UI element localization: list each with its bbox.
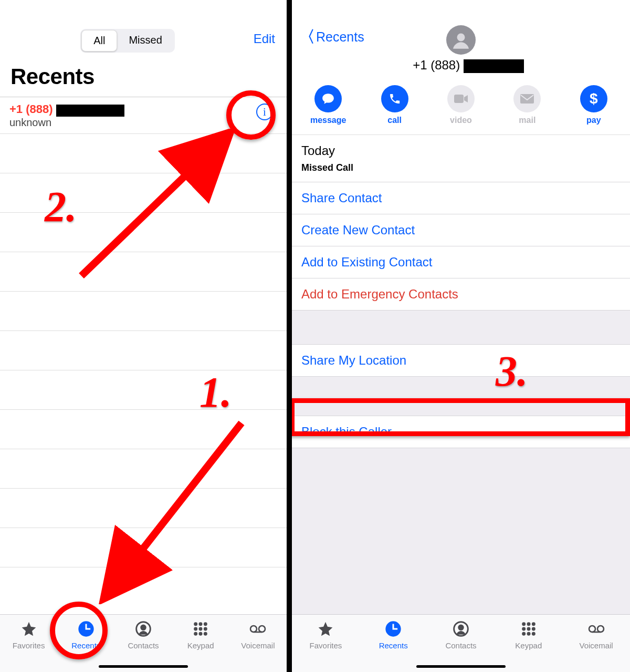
call-log-section: Today Missed Call bbox=[292, 135, 630, 182]
nav-bar: 〈 Recents +1 (888) bbox=[292, 0, 630, 79]
svg-point-5 bbox=[204, 622, 207, 626]
share-contact-button[interactable]: Share Contact bbox=[292, 182, 630, 214]
action-label: mail bbox=[496, 116, 559, 125]
tab-label: Voicemail bbox=[241, 641, 275, 650]
tab-keypad[interactable]: Keypad bbox=[495, 620, 562, 672]
share-location-button[interactable]: Share My Location bbox=[292, 344, 630, 377]
svg-point-28 bbox=[532, 627, 536, 631]
svg-rect-19 bbox=[520, 94, 534, 104]
voicemail-icon bbox=[587, 620, 605, 638]
list-row bbox=[0, 449, 287, 488]
list-row bbox=[0, 173, 287, 212]
list-row bbox=[0, 212, 287, 252]
page-title: Recents bbox=[0, 58, 287, 97]
list-row bbox=[0, 252, 287, 291]
back-label: Recents bbox=[316, 29, 364, 45]
contact-icon bbox=[134, 620, 152, 638]
tab-label: Keypad bbox=[515, 641, 542, 650]
tab-recents[interactable]: Recents bbox=[360, 620, 427, 672]
tab-bar: Favorites Recents Contacts Keypad Voicem… bbox=[292, 614, 630, 672]
svg-point-32 bbox=[589, 626, 595, 632]
tab-label: Favorites bbox=[310, 641, 342, 650]
section-gap bbox=[292, 311, 630, 344]
list-row bbox=[0, 567, 287, 606]
svg-point-4 bbox=[199, 622, 203, 626]
svg-point-27 bbox=[527, 627, 530, 631]
svg-point-30 bbox=[527, 632, 530, 636]
svg-point-31 bbox=[532, 632, 536, 636]
action-mail: mail bbox=[496, 85, 559, 125]
tab-favorites[interactable]: Favorites bbox=[292, 620, 360, 672]
svg-point-13 bbox=[259, 626, 265, 632]
svg-point-25 bbox=[532, 622, 536, 626]
redacted-block bbox=[464, 59, 524, 73]
tab-voicemail[interactable]: Voicemail bbox=[562, 620, 630, 672]
list-row bbox=[0, 133, 287, 173]
tab-recents[interactable]: Recents bbox=[57, 620, 114, 672]
list-row bbox=[0, 370, 287, 409]
tab-voicemail[interactable]: Voicemail bbox=[229, 620, 287, 672]
edit-button[interactable]: Edit bbox=[254, 32, 275, 46]
tab-label: Voicemail bbox=[579, 641, 613, 650]
svg-point-12 bbox=[250, 626, 257, 632]
header-bar: All Missed Edit bbox=[0, 0, 287, 58]
home-indicator bbox=[99, 665, 188, 668]
svg-point-24 bbox=[527, 622, 530, 626]
tab-contacts[interactable]: Contacts bbox=[114, 620, 172, 672]
add-existing-contact-button[interactable]: Add to Existing Contact bbox=[292, 246, 630, 278]
list-row bbox=[0, 291, 287, 330]
call-number-line: +1 (888) bbox=[9, 102, 277, 117]
filter-segmented-control: All Missed bbox=[80, 29, 175, 53]
tab-label: Favorites bbox=[13, 641, 45, 650]
tab-favorites[interactable]: Favorites bbox=[0, 620, 57, 672]
star-icon bbox=[317, 620, 334, 638]
svg-point-7 bbox=[199, 627, 203, 631]
keypad-icon bbox=[192, 620, 209, 638]
tab-keypad[interactable]: Keypad bbox=[172, 620, 229, 672]
svg-point-11 bbox=[204, 632, 207, 636]
tab-label: Contacts bbox=[445, 641, 476, 650]
svg-point-23 bbox=[522, 622, 526, 626]
contact-phone: +1 (888) bbox=[299, 58, 630, 73]
action-pay[interactable]: $ pay bbox=[562, 85, 625, 125]
list-row bbox=[0, 409, 287, 449]
add-emergency-button[interactable]: Add to Emergency Contacts bbox=[292, 278, 630, 311]
action-video: video bbox=[429, 85, 492, 125]
video-icon bbox=[447, 85, 475, 112]
segment-all[interactable]: All bbox=[81, 30, 117, 51]
call-row[interactable]: +1 (888) unknown i bbox=[0, 97, 287, 133]
svg-rect-18 bbox=[454, 95, 464, 103]
tab-label: Keypad bbox=[187, 641, 214, 650]
contact-detail-screen: 〈 Recents +1 (888) message call bbox=[292, 0, 630, 672]
action-message[interactable]: message bbox=[297, 85, 360, 125]
info-icon[interactable]: i bbox=[256, 104, 273, 120]
svg-point-2 bbox=[141, 625, 146, 630]
action-call[interactable]: call bbox=[363, 85, 426, 125]
block-caller-button[interactable]: Block this Caller bbox=[292, 416, 630, 448]
voicemail-icon bbox=[249, 620, 267, 638]
recents-screen: All Missed Edit Recents +1 (888) unknown… bbox=[0, 0, 287, 672]
section-today: Today bbox=[301, 143, 621, 158]
list-row bbox=[0, 528, 287, 567]
svg-point-17 bbox=[457, 34, 465, 42]
message-icon bbox=[314, 85, 342, 112]
list-row bbox=[0, 488, 287, 528]
action-label: call bbox=[363, 116, 426, 125]
section-gap bbox=[292, 377, 630, 416]
create-contact-button[interactable]: Create New Contact bbox=[292, 214, 630, 246]
svg-point-22 bbox=[459, 625, 464, 630]
segment-missed[interactable]: Missed bbox=[117, 30, 173, 51]
contact-icon bbox=[452, 620, 470, 638]
call-number: +1 (888) bbox=[9, 102, 53, 116]
svg-point-3 bbox=[194, 622, 197, 626]
tab-label: Recents bbox=[71, 641, 100, 650]
contact-avatar bbox=[446, 25, 476, 55]
call-subtitle: unknown bbox=[9, 117, 277, 129]
svg-point-9 bbox=[194, 632, 197, 636]
action-label: message bbox=[297, 116, 360, 125]
tab-contacts[interactable]: Contacts bbox=[427, 620, 495, 672]
clock-icon bbox=[77, 620, 95, 638]
clock-icon bbox=[384, 620, 402, 638]
list-row bbox=[0, 330, 287, 370]
svg-point-26 bbox=[522, 627, 526, 631]
